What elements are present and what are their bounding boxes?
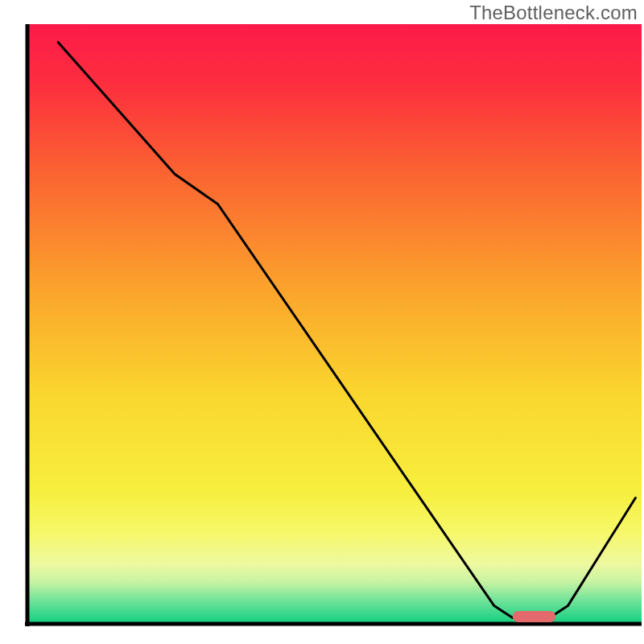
watermark-text: TheBottleneck.com bbox=[469, 2, 638, 24]
optimal-marker bbox=[513, 611, 555, 622]
bottleneck-chart bbox=[0, 0, 644, 644]
chart-container: { "watermark": "TheBottleneck.com", "cha… bbox=[0, 0, 644, 644]
chart-background bbox=[27, 24, 642, 624]
